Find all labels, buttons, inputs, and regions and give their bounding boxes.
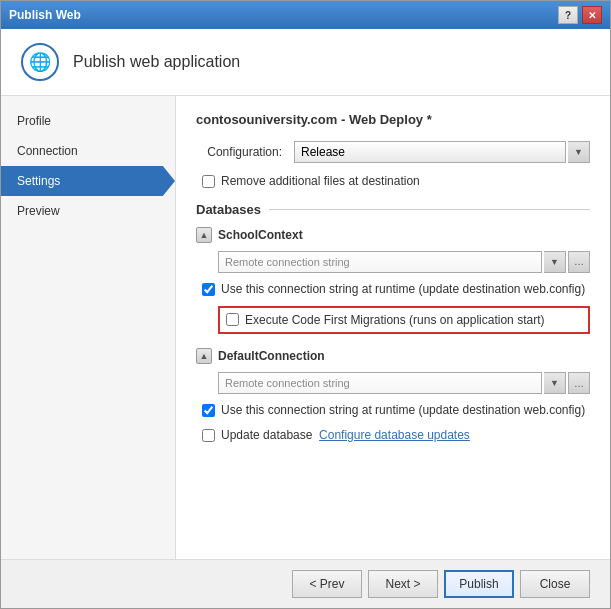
default-connection-header: ▲ DefaultConnection [196,348,590,364]
school-context-collapse-btn[interactable]: ▲ [196,227,212,243]
school-use-connection-string-row: Use this connection string at runtime (u… [202,281,590,298]
default-dropdown-icon: ▼ [550,378,559,388]
school-connection-string-row: Remote connection string ▼ … [218,251,590,273]
default-collapse-icon: ▲ [200,351,209,361]
default-use-connection-string-label: Use this connection string at runtime (u… [221,402,585,419]
main-content: contosouniversity.com - Web Deploy * Con… [176,96,610,559]
title-bar-left: Publish Web [9,8,81,22]
school-context-name: SchoolContext [218,228,303,242]
header-title: Publish web application [73,53,240,71]
configuration-label: Configuration: [196,145,286,159]
page-title: contosouniversity.com - Web Deploy * [196,112,590,127]
footer: < Prev Next > Publish Close [1,559,610,608]
school-dropdown-icon: ▼ [550,257,559,267]
next-button[interactable]: Next > [368,570,438,598]
publish-web-window: Publish Web ? ✕ 🌐 Publish web applicatio… [0,0,611,609]
default-connection-name: DefaultConnection [218,349,325,363]
default-use-connection-string-row: Use this connection string at runtime (u… [202,402,590,419]
content-area: Profile Connection Settings Preview cont… [1,96,610,559]
update-database-row: Update database Configure database updat… [202,427,590,444]
remove-additional-files-label: Remove additional files at destination [221,173,420,190]
default-connection-collapse-btn[interactable]: ▲ [196,348,212,364]
configuration-select-wrapper: Release ▼ [294,141,590,163]
publish-button[interactable]: Publish [444,570,514,598]
update-database-checkbox[interactable] [202,429,215,442]
execute-migrations-row: Execute Code First Migrations (runs on a… [218,306,590,335]
title-bar: Publish Web ? ✕ [1,1,610,29]
databases-section-title: Databases [196,202,590,217]
configuration-row: Configuration: Release ▼ [196,141,590,163]
close-window-button[interactable]: ✕ [582,6,602,24]
school-context-header: ▲ SchoolContext [196,227,590,243]
default-use-connection-string-checkbox[interactable] [202,404,215,417]
close-button[interactable]: Close [520,570,590,598]
remove-additional-files-checkbox[interactable] [202,175,215,188]
configuration-dropdown-arrow[interactable]: ▼ [568,141,590,163]
collapse-icon: ▲ [200,230,209,240]
remove-additional-files-row: Remove additional files at destination [202,173,590,190]
header: 🌐 Publish web application [1,29,610,96]
configuration-select[interactable]: Release [294,141,566,163]
school-conn-dropdown-arrow[interactable]: ▼ [544,251,566,273]
execute-migrations-label: Execute Code First Migrations (runs on a… [245,312,544,329]
school-context-section: ▲ SchoolContext Remote connection string… [196,227,590,335]
header-icon: 🌐 [21,43,59,81]
school-connection-string-select[interactable]: Remote connection string [218,251,542,273]
update-database-label: Update database Configure database updat… [221,427,470,444]
default-browse-button[interactable]: … [568,372,590,394]
globe-icon: 🌐 [29,51,51,73]
school-use-connection-string-label: Use this connection string at runtime (u… [221,281,585,298]
title-bar-controls: ? ✕ [558,6,602,24]
help-icon: ? [565,10,571,21]
close-window-icon: ✕ [588,10,596,21]
default-connection-string-row: Remote connection string ▼ … [218,372,590,394]
help-button[interactable]: ? [558,6,578,24]
execute-migrations-checkbox[interactable] [226,313,239,326]
dropdown-arrow-icon: ▼ [574,147,583,157]
sidebar-item-connection[interactable]: Connection [1,136,175,166]
default-connection-section: ▲ DefaultConnection Remote connection st… [196,348,590,444]
configure-database-updates-link[interactable]: Configure database updates [319,428,470,442]
default-connection-string-select[interactable]: Remote connection string [218,372,542,394]
prev-button[interactable]: < Prev [292,570,362,598]
sidebar-item-settings[interactable]: Settings [1,166,175,196]
window-title: Publish Web [9,8,81,22]
sidebar-item-preview[interactable]: Preview [1,196,175,226]
sidebar: Profile Connection Settings Preview [1,96,176,559]
school-browse-button[interactable]: … [568,251,590,273]
school-browse-icon: … [574,256,584,267]
default-browse-icon: … [574,378,584,389]
default-conn-dropdown-arrow[interactable]: ▼ [544,372,566,394]
school-use-connection-string-checkbox[interactable] [202,283,215,296]
sidebar-item-profile[interactable]: Profile [1,106,175,136]
